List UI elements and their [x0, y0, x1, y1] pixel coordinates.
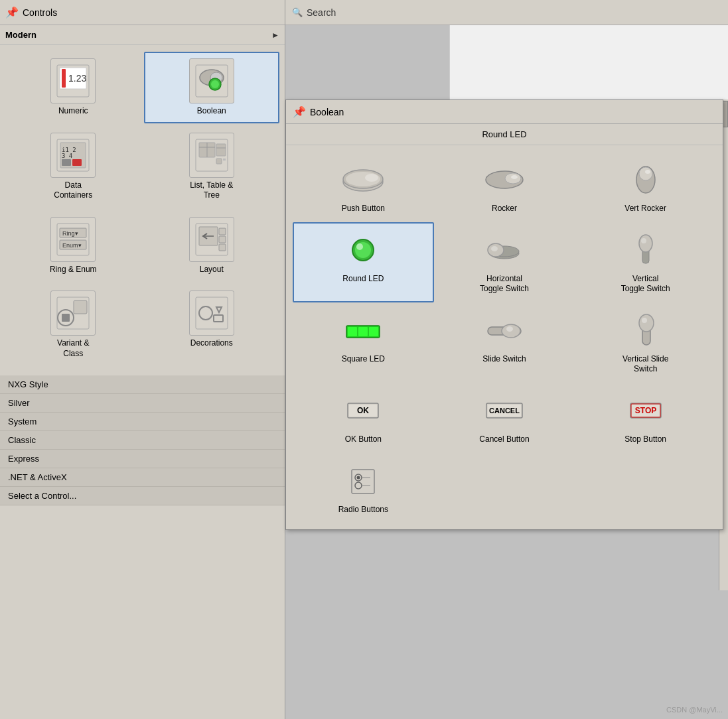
sidebar-item-silver[interactable]: Silver: [0, 394, 285, 413]
bool-item-slide-switch[interactable]: Slide Switch: [434, 302, 575, 383]
control-variant-class[interactable]: Variant &Class: [5, 284, 141, 365]
cancel-button-label: Cancel Button: [479, 434, 529, 445]
bool-item-round-led[interactable]: Round LED: [293, 222, 434, 302]
svg-rect-33: [219, 244, 226, 251]
svg-text:3 4: 3 4: [62, 153, 72, 159]
boolean-panel-title: Boolean: [310, 107, 344, 117]
variant-class-icon-box: [50, 291, 96, 336]
layout-label: Layout: [200, 265, 224, 275]
decorations-icon-box: [189, 291, 234, 336]
bool-item-cancel-button[interactable]: CANCEL Cancel Button: [434, 383, 575, 453]
variant-class-label: Variant &Class: [57, 338, 89, 359]
control-numeric[interactable]: 1.23 Numeric: [5, 52, 141, 123]
sidebar-item-express[interactable]: Express: [0, 450, 285, 468]
bool-item-horizontal-toggle-switch[interactable]: HorizontalToggle Switch: [434, 222, 575, 302]
cancel-button-icon: CANCEL: [481, 391, 528, 430]
list-table-tree-label: List, Table &Tree: [190, 180, 233, 201]
vert-rocker-icon: [622, 160, 669, 200]
modern-label: Modern: [5, 30, 36, 40]
controls-header: 📌 Controls: [0, 0, 285, 25]
square-led-icon: [340, 310, 386, 350]
rocker-label: Rocker: [492, 204, 517, 214]
svg-rect-31: [219, 228, 226, 235]
svg-rect-82: [352, 470, 374, 493]
control-ring-enum[interactable]: Ring▾ Enum▾ Ring & Enum: [5, 210, 141, 282]
svg-point-51: [645, 170, 650, 174]
boolean-icon-box: [189, 58, 234, 103]
svg-point-61: [641, 238, 646, 243]
search-label: Search: [307, 7, 336, 18]
svg-rect-19: [216, 144, 226, 156]
search-box[interactable]: 🔍 Search: [285, 0, 728, 25]
svg-point-54: [356, 243, 363, 250]
vert-rocker-label: Vert Rocker: [624, 204, 666, 214]
svg-rect-21: [216, 159, 222, 164]
svg-text:1.23: 1.23: [68, 73, 86, 84]
ring-enum-label: Ring & Enum: [50, 265, 97, 275]
bool-item-radio-buttons[interactable]: Radio Buttons: [293, 453, 434, 523]
ok-button-label: OK Button: [345, 434, 382, 445]
modern-arrow: ►: [271, 31, 279, 40]
svg-text:STOP: STOP: [634, 406, 656, 415]
svg-rect-37: [62, 314, 70, 322]
decorations-label: Decorations: [190, 338, 233, 349]
round-led-label: Round LED: [342, 274, 384, 285]
data-containers-icon-box: i1 2 3 4: [50, 133, 96, 178]
modern-bar: Modern ►: [0, 25, 285, 45]
svg-point-60: [639, 235, 652, 252]
svg-point-48: [511, 175, 518, 179]
sidebar-items: NXG Style Silver System Classic Express …: [0, 375, 285, 505]
horizontal-toggle-switch-label: HorizontalToggle Switch: [480, 274, 529, 294]
control-decorations[interactable]: Decorations: [144, 284, 280, 365]
bool-item-rocker[interactable]: Rocker: [434, 152, 575, 222]
control-data-containers[interactable]: i1 2 3 4 DataContainers: [5, 126, 141, 208]
slide-switch-icon: [481, 310, 528, 350]
ring-enum-icon-box: Ring▾ Enum▾: [50, 217, 96, 262]
sidebar-item-nxg-style[interactable]: NXG Style: [0, 375, 285, 394]
vertical-toggle-switch-label: VerticalToggle Switch: [621, 274, 670, 294]
numeric-label: Numeric: [58, 106, 88, 117]
sidebar-item-select-control[interactable]: Select a Control...: [0, 487, 285, 505]
boolean-panel-header: 📌 Boolean: [286, 100, 723, 124]
svg-rect-65: [369, 327, 378, 336]
svg-rect-2: [62, 69, 66, 88]
bool-item-push-button[interactable]: Push Button: [293, 152, 434, 222]
svg-point-50: [639, 167, 652, 180]
vertical-toggle-switch-icon: [622, 230, 669, 270]
radio-buttons-label: Radio Buttons: [338, 505, 388, 515]
stop-button-icon: STOP: [622, 391, 669, 430]
svg-point-84: [357, 476, 360, 479]
bool-item-stop-button[interactable]: STOP Stop Button: [575, 383, 716, 453]
sidebar-item-system[interactable]: System: [0, 413, 285, 431]
vertical-slide-switch-label: Vertical SlideSwitch: [622, 354, 668, 375]
svg-rect-64: [358, 327, 368, 336]
pin-icon: 📌: [5, 6, 19, 19]
watermark: CSDN @MayVi...: [666, 706, 723, 714]
controls-panel: 📌 Controls Modern ► 1.23 Numeric: [0, 0, 285, 719]
ok-button-icon: OK: [340, 391, 386, 430]
svg-point-58: [491, 246, 498, 251]
svg-point-68: [506, 326, 513, 332]
sidebar-item-classic[interactable]: Classic: [0, 431, 285, 450]
svg-point-8: [211, 80, 219, 88]
bool-item-square-led[interactable]: Square LED: [293, 302, 434, 383]
bool-item-ok-button[interactable]: OK OK Button: [293, 383, 434, 453]
svg-rect-32: [219, 236, 226, 243]
bool-item-vert-rocker[interactable]: Vert Rocker: [575, 152, 716, 222]
list-table-tree-icon-box: [189, 133, 234, 178]
controls-title: Controls: [23, 7, 57, 18]
control-layout[interactable]: Layout: [144, 210, 280, 282]
svg-point-45: [365, 174, 378, 182]
push-button-icon: [340, 160, 386, 200]
control-list-table-tree[interactable]: List, Table &Tree: [144, 126, 280, 208]
svg-text:Ring▾: Ring▾: [62, 230, 78, 237]
svg-text:CANCEL: CANCEL: [489, 407, 520, 415]
svg-rect-14: [72, 159, 82, 166]
bool-item-vertical-slide-switch[interactable]: Vertical SlideSwitch: [575, 302, 716, 383]
bool-item-vertical-toggle-switch[interactable]: VerticalToggle Switch: [575, 222, 716, 302]
boolean-panel: 📌 Boolean Round LED Push Button: [285, 99, 723, 530]
round-led-icon: [340, 230, 386, 270]
sidebar-item-net-activex[interactable]: .NET & ActiveX: [0, 468, 285, 487]
control-boolean[interactable]: Boolean: [144, 52, 280, 123]
svg-text:Enum▾: Enum▾: [62, 242, 82, 249]
